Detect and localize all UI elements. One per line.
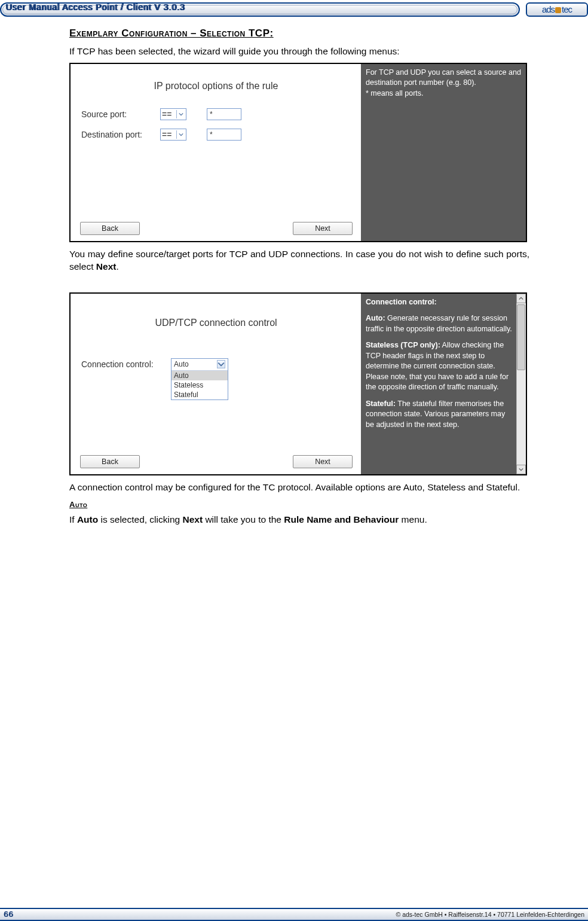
panel1-help-text: For TCP and UDP you can select a source … xyxy=(366,68,521,97)
screenshot-panel-connection-control: UDP/TCP connection control Connection co… xyxy=(69,292,527,475)
option-auto[interactable]: Auto xyxy=(172,371,228,380)
panel2-left: UDP/TCP connection control Connection co… xyxy=(71,294,362,474)
destination-port-operator-value: == xyxy=(162,130,172,139)
logo-text-b: tec xyxy=(562,4,572,14)
destination-port-row: Destination port: == * xyxy=(81,129,362,141)
copyright-text: © ads-tec GmbH • Raiffeisenstr.14 • 7077… xyxy=(396,911,585,918)
section-intro: If TCP has been selected, the wizard wil… xyxy=(69,45,529,58)
scroll-up-icon[interactable] xyxy=(516,294,526,303)
between-panels-text: You may define source/target ports for T… xyxy=(69,248,529,273)
panel2-title: UDP/TCP connection control xyxy=(71,318,362,328)
logo-dot-icon xyxy=(555,7,561,13)
source-port-row: Source port: == * xyxy=(81,108,362,120)
scrollbar[interactable] xyxy=(516,294,526,474)
connection-control-select[interactable]: Auto Auto Stateless Stateful xyxy=(171,358,228,400)
scroll-down-icon[interactable] xyxy=(516,465,526,474)
source-port-operator-value: == xyxy=(162,109,172,119)
panel2-button-bar: Back Next xyxy=(71,455,362,468)
scroll-thumb[interactable] xyxy=(517,304,525,370)
after-panel2-text: A connection control may be configured f… xyxy=(69,481,529,494)
back-button[interactable]: Back xyxy=(80,455,140,468)
page-content: Exemplary Configuration – Selection TCP:… xyxy=(69,28,529,531)
screenshot-panel-ip-options: IP protocol options of the rule Source p… xyxy=(69,63,527,242)
help-heading-connection-control: Connection control: xyxy=(366,298,437,306)
chevron-down-icon xyxy=(176,110,185,118)
panel1-button-bar: Back Next xyxy=(71,222,362,235)
source-port-label: Source port: xyxy=(81,109,160,119)
logo-text-a: ads xyxy=(542,4,555,14)
destination-port-operator-select[interactable]: == xyxy=(160,129,186,141)
source-port-operator-select[interactable]: == xyxy=(160,108,186,120)
source-port-input[interactable]: * xyxy=(207,108,241,120)
header-title: User Manual Access Point / Client V 3.0.… xyxy=(6,2,185,12)
option-stateless[interactable]: Stateless xyxy=(172,380,228,390)
auto-paragraph: If Auto is selected, clicking Next will … xyxy=(69,514,529,526)
connection-control-row: Connection control: Auto Auto Stateless … xyxy=(81,358,362,400)
next-button[interactable]: Next xyxy=(293,222,353,235)
auto-subheading: Auto xyxy=(69,500,529,509)
help-heading-stateless: Stateless (TCP only): xyxy=(366,341,440,349)
destination-port-label: Destination port: xyxy=(81,130,160,139)
page-number: 66 xyxy=(4,910,13,919)
section-heading-exemplary: Exemplary Configuration – Selection TCP: xyxy=(69,28,529,39)
chevron-down-icon xyxy=(217,360,225,368)
brand-logo: adstec xyxy=(526,2,588,17)
chevron-down-icon xyxy=(176,130,185,139)
help-heading-auto: Auto: xyxy=(366,314,385,322)
destination-port-input[interactable]: * xyxy=(207,129,241,141)
next-button[interactable]: Next xyxy=(293,455,353,468)
option-stateful[interactable]: Stateful xyxy=(172,390,228,399)
panel1-title: IP protocol options of the rule xyxy=(71,81,362,92)
panel2-help: Connection control: Auto: Generate neces… xyxy=(361,294,526,474)
header-title-bar: User Manual Access Point / Client V 3.0.… xyxy=(0,2,520,17)
back-button[interactable]: Back xyxy=(80,222,140,235)
page-header: User Manual Access Point / Client V 3.0.… xyxy=(0,0,588,19)
panel1-help: For TCP and UDP you can select a source … xyxy=(361,64,526,241)
page-footer: 66 © ads-tec GmbH • Raiffeisenstr.14 • 7… xyxy=(0,908,588,921)
connection-control-selected: Auto xyxy=(174,360,189,368)
help-text-auto: Generate necessary rule for session traf… xyxy=(366,314,512,333)
connection-control-label: Connection control: xyxy=(81,358,171,369)
help-heading-stateful: Stateful: xyxy=(366,399,396,408)
panel1-left: IP protocol options of the rule Source p… xyxy=(71,64,362,241)
